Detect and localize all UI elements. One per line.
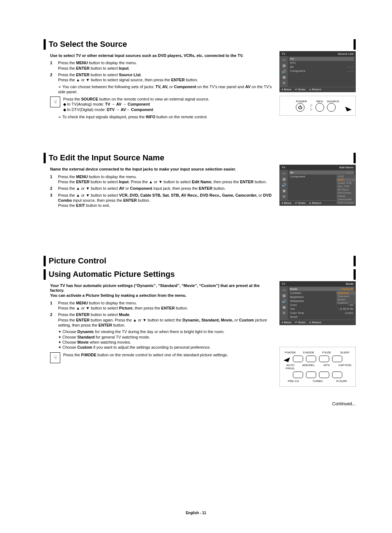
osd-row: AV- - - - (289, 65, 354, 69)
remote-button (306, 372, 316, 378)
osd-tab-icon: ⚙ (281, 81, 286, 85)
remote-tip-icon: ☟ (50, 352, 60, 363)
osd-footer-return: ⎌ Return (309, 321, 321, 324)
remote-button (332, 356, 342, 362)
osd-tab-icon: ▦ (281, 63, 286, 68)
osd-tab-icon: ⚙ (281, 194, 286, 199)
step-number: 1 (50, 300, 58, 311)
osd-footer-return: ⎌ Return (309, 201, 321, 205)
auto-picture-content: Your TV has four automatic picture setti… (44, 281, 274, 390)
osd-footer-move: ♦ Move (282, 321, 291, 324)
osd-header-right: Mode (346, 282, 354, 286)
remote-tip-icon: ☟ (50, 97, 60, 107)
osd-header-left: TV (282, 282, 285, 286)
osd-footer-return: ⎌ Return (309, 88, 321, 91)
osd-header-left: TV (282, 52, 285, 56)
remote-source-button (327, 103, 336, 112)
remote-button-label: PRE-CH (283, 380, 304, 383)
remote-illustration: P.MODES.MODEP.SIZESLEEP AUTO PROG.ADD/DE… (279, 347, 356, 387)
osd-row: Component- - - - (289, 69, 354, 73)
osd-tab-icon: ▭ (281, 288, 286, 292)
remote-label-power: POWER (296, 100, 307, 103)
step-number: 1 (50, 60, 58, 71)
remote-button-label: P.SIZE (319, 351, 334, 354)
osd-source-list: TV Source List ▭ ▦ 🔊 ▣ ⚙ TVDTVAV- - - -C… (279, 51, 356, 92)
osd-tab-icon: ▦ (281, 177, 286, 181)
osd-footer-enter: ↵ Enter (295, 201, 306, 205)
osd-row: AV: - - - (289, 171, 354, 175)
remote-button-label: TURBO (307, 380, 328, 383)
osd-row: TV (289, 57, 354, 61)
osd-footer-move: ♦ Move (282, 88, 291, 91)
remote-button (319, 356, 329, 362)
select-source-content: Use to select TV or other external input… (44, 51, 274, 121)
osd-mode: TV Mode ▭ ▦ 🔊 ▣ ⚙ Mode: DynamicContrastB… (279, 281, 356, 325)
osd-row: DTV (289, 61, 354, 65)
remote-button (319, 372, 329, 378)
step-number: 2 (50, 312, 58, 328)
remote-button-label: P.MODE (283, 351, 298, 354)
osd-tab-icon: ⚙ (281, 311, 286, 315)
heading-picture-control: Picture Control (44, 256, 356, 266)
remote-button-label: AUTO PROG. (283, 364, 298, 370)
step-number: 2 (50, 186, 58, 191)
osd-footer-enter: ↵ Enter (295, 88, 306, 91)
remote-label-source: SOURCE (327, 100, 339, 103)
intro-text: Your TV has four automatic picture setti… (50, 283, 274, 298)
step-number: 2 (50, 72, 58, 83)
heading-edit-name: To Edit the Input Source Name (44, 153, 356, 163)
tip-box: ☟ Press the SOURCE button on the remote … (50, 97, 274, 112)
intro-text: Name the external device connected to th… (50, 167, 274, 172)
osd-row: Color Tone: Cool1 (289, 311, 354, 315)
osd-row: Tint: G 50 R 50 (289, 307, 354, 311)
remote-button (293, 356, 303, 362)
osd-tab-icon: 🔊 (281, 183, 286, 187)
osd-header-left: TV (282, 166, 285, 169)
osd-footer-enter: ↵ Enter (295, 321, 306, 324)
remote-label-info: INFO (315, 100, 324, 103)
osd-row: Reset (289, 315, 354, 319)
intro-text: Use to select TV or other external input… (50, 53, 274, 58)
osd-tab-icon: ▭ (281, 58, 286, 62)
heading-select-source: To Select the Source (44, 39, 356, 50)
osd-header-right: Edit Name (339, 166, 354, 169)
remote-button-label: R.SURF (331, 380, 352, 383)
remote-button-label: ADD/DEL (301, 364, 316, 370)
remote-button-label: CAPTION (337, 364, 352, 370)
remote-button (306, 356, 316, 362)
heading-auto-picture: Using Automatic Picture Settings (44, 269, 356, 280)
step-number: 1 (50, 174, 58, 185)
osd-tab-icon: ▣ (281, 305, 286, 309)
osd-tab-icon: ▭ (281, 171, 286, 176)
manual-page: To Select the Source Use to select TV or… (0, 0, 392, 533)
remote-power-button: ⏻ (296, 103, 305, 112)
remote-illustration: POWER ⏻ ⠕ ⠕ INFO SOURCE (279, 96, 356, 116)
osd-row: Mode: Dynamic (289, 287, 354, 291)
note-text: To check the input signals displayed, pr… (58, 114, 274, 119)
note-text: You can choose between the following set… (58, 84, 274, 95)
remote-button-label: S.MODE (301, 351, 316, 354)
continued-text: Continued... (44, 401, 356, 406)
remote-button-label: SLEEP (337, 351, 352, 354)
osd-footer-move: ♦ Move (282, 201, 291, 205)
osd-submenu: VCRDVDCable STBSat. STBAV Recv.DVD Recv.… (336, 175, 355, 204)
remote-info-button (315, 103, 324, 112)
remote-button (293, 372, 303, 378)
edit-name-content: Name the external device connected to th… (44, 165, 274, 210)
step-number: 3 (50, 193, 58, 208)
osd-submenu: DynamicStandardMovieCustom (336, 291, 355, 304)
osd-header-right: Source List (338, 52, 354, 56)
osd-tab-icon: 🔊 (281, 299, 286, 304)
osd-tab-icon: ▣ (281, 75, 286, 79)
osd-edit-name: TV Edit Name ▭ ▦ 🔊 ▣ ⚙ AV: - - -Componen… (279, 165, 356, 206)
remote-button-label: MTS (319, 364, 334, 370)
osd-tab-icon: ▦ (281, 294, 286, 298)
page-footer: English - 11 (0, 511, 392, 515)
remote-button (332, 372, 342, 378)
osd-tab-icon: ▣ (281, 189, 286, 193)
tip-box: ☟ Press the P.MODE button on the remote … (50, 352, 274, 363)
osd-tab-icon: 🔊 (281, 69, 286, 74)
